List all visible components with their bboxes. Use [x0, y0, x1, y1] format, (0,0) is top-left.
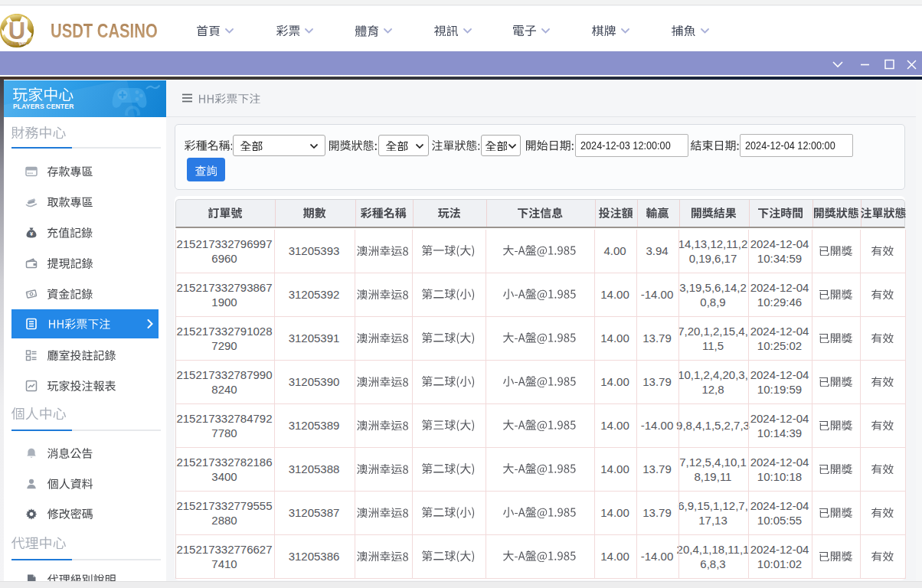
svg-text:U: U [8, 18, 25, 44]
svg-text:CASINO: CASINO [7, 41, 27, 46]
